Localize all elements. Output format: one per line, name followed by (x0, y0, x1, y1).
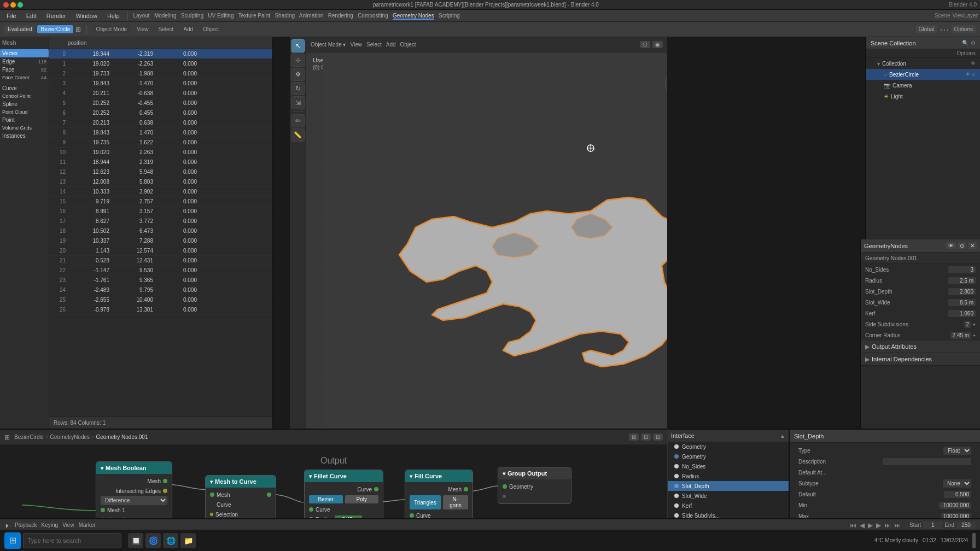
data-row[interactable]: 13 12.008 5.803 0.000 (49, 177, 272, 187)
global-btn[interactable]: Global (916, 25, 937, 33)
close-btn[interactable] (3, 2, 9, 8)
type-select[interactable]: Float (943, 447, 971, 455)
vertex-tab[interactable]: Vertex 148 (0, 49, 49, 57)
mod-x-btn[interactable]: ✕ (968, 242, 977, 249)
iface-slot-wide[interactable]: Slot_Wide (668, 491, 789, 501)
no-sides-value[interactable]: 3 (948, 266, 976, 273)
data-row[interactable]: 4 20.211 -0.638 0.000 (49, 89, 272, 98)
data-row[interactable]: 16 8.991 3.157 0.000 (49, 207, 272, 216)
data-row[interactable]: 14 10.333 3.902 0.000 (49, 187, 272, 197)
iface-scroll[interactable]: ▲ (780, 433, 785, 439)
mode-selector[interactable]: Evaluated BezierCircle ⊞ (4, 25, 81, 33)
ne-bc-geonodes[interactable]: GeometryNodes (50, 434, 90, 440)
select-btn[interactable]: Select (155, 25, 177, 33)
slot-wide-value[interactable]: 8.5 m (948, 299, 976, 306)
tl-play[interactable]: ▶ (868, 521, 873, 529)
fillc-mesh-out-socket[interactable] (464, 487, 468, 491)
folder-icon[interactable]: 📁 (180, 533, 196, 548)
tl-end-input[interactable] (956, 521, 976, 529)
face-tab[interactable]: Face 82 (0, 66, 49, 74)
fc-collapse-icon[interactable]: ▾ (309, 473, 312, 479)
data-row[interactable]: 22 -1.147 9.530 0.000 (49, 266, 272, 276)
spline-tab[interactable]: Spline (0, 100, 49, 108)
face-corner-tab[interactable]: Face Corner 44 (0, 74, 49, 81)
iface-no-slides[interactable]: No_Sides (668, 461, 789, 471)
tl-start-input[interactable] (923, 521, 942, 529)
poly-btn[interactable]: Poly (345, 495, 379, 503)
point-tab[interactable]: Point (0, 116, 49, 124)
internal-deps-header[interactable]: ▶ Internal Dependencies (861, 353, 980, 365)
data-row[interactable]: 0 18.944 -2.319 0.000 (49, 49, 272, 59)
scene-collection-item[interactable]: ▾ Collection 👁 (866, 58, 980, 69)
annotate-tool[interactable]: ✏ (291, 114, 305, 127)
rotate-tool[interactable]: ↻ (291, 82, 305, 95)
blender-taskbar-icon[interactable]: 🌀 (145, 533, 161, 548)
m2c-collapse-icon[interactable]: ▾ (210, 479, 213, 485)
fillc-collapse-icon[interactable]: ▾ (410, 473, 412, 479)
tl-next-frame[interactable]: ▶ (876, 521, 881, 529)
data-row[interactable]: 6 20.252 0.455 0.000 (49, 108, 272, 118)
data-row[interactable]: 18 10.502 6.473 0.000 (49, 226, 272, 236)
data-row[interactable]: 5 20.252 -0.455 0.000 (49, 98, 272, 108)
iface-geometry2[interactable]: Geometry (668, 452, 789, 461)
minimize-btn[interactable] (10, 2, 16, 8)
mesh1-socket[interactable] (101, 508, 105, 512)
ne-btn2[interactable]: ⊡ (641, 433, 651, 441)
data-row[interactable]: 23 -1.761 9.365 0.000 (49, 276, 272, 285)
vp-add[interactable]: Add (386, 42, 396, 48)
instances-tab[interactable]: Instances (0, 132, 49, 140)
data-row[interactable]: 9 19.735 1.622 0.000 (49, 138, 272, 148)
chrome-icon[interactable]: 🌐 (163, 533, 178, 548)
vp-mode-selector[interactable]: Object Mode ▾ (311, 42, 346, 48)
m2c-mesh-in[interactable] (210, 493, 214, 497)
fc-curve-out-socket[interactable] (374, 487, 378, 491)
data-row[interactable]: 8 19.843 1.470 0.000 (49, 128, 272, 138)
playback-btn[interactable]: Playback (15, 522, 37, 528)
iface-kerf[interactable]: Kerf (668, 501, 789, 511)
object-mode-btn[interactable]: Object Mode (92, 25, 130, 33)
side-sub-stepper[interactable]: 2 + (964, 321, 976, 328)
menu-edit[interactable]: Edit (22, 11, 41, 20)
data-row[interactable]: 2 19.733 -1.988 0.000 (49, 69, 272, 79)
m2c-curve-socket[interactable] (267, 493, 271, 497)
volume-grids-tab[interactable]: Volume Grids (0, 124, 49, 132)
ngons-btn[interactable]: N-gons (443, 495, 468, 509)
corner-radius-stepper[interactable]: 2.45 m + (950, 332, 976, 339)
scene-filter-icon[interactable]: 🔍 (962, 40, 969, 46)
ne-bc-bezier[interactable]: BezierCircle (14, 434, 44, 440)
iface-radius[interactable]: Radius (668, 471, 789, 481)
ne-btn1[interactable]: ⊞ (629, 433, 639, 441)
scale-tool[interactable]: ⇲ (291, 96, 305, 109)
menu-file[interactable]: File (2, 11, 21, 20)
iface-geometry1[interactable]: Geometry (668, 442, 789, 452)
vp-view[interactable]: View (350, 42, 362, 48)
tl-prev-frame[interactable]: ◀ (860, 521, 865, 529)
window-controls[interactable] (3, 2, 23, 8)
mod-eye-btn[interactable]: 👁 (946, 242, 956, 249)
m2c-sel-socket[interactable] (210, 513, 213, 516)
vp-select[interactable]: Select (366, 42, 382, 48)
corner-radius-value[interactable]: 2.45 m (950, 332, 972, 339)
fillc-curve-in-socket[interactable] (410, 513, 414, 518)
camera-item[interactable]: 📷 Camera (866, 80, 980, 91)
mod-render-btn[interactable]: ⊙ (958, 242, 966, 249)
menu-help[interactable]: Help (103, 11, 124, 20)
go-extra-dot[interactable] (503, 495, 506, 498)
data-row[interactable]: 24 -2.489 9.795 0.000 (49, 285, 272, 295)
go-geo-socket[interactable] (503, 484, 507, 489)
edge-tab[interactable]: Edge 118 (0, 57, 49, 66)
mesh-bool-mode-select[interactable]: Difference (101, 496, 167, 505)
view-btn[interactable]: View (133, 25, 152, 33)
vis-icon[interactable]: 👁 (971, 61, 976, 66)
menu-render[interactable]: Render (42, 11, 71, 20)
min-value[interactable]: -10000.000 (939, 502, 971, 509)
bc-vis-icon[interactable]: 👁 (965, 72, 970, 77)
light-item[interactable]: ☀ Light (866, 91, 980, 102)
tl-next-key[interactable]: ⏭ (884, 521, 891, 529)
data-row[interactable]: 12 12.623 5.948 0.000 (49, 167, 272, 177)
vp-shading-wire[interactable]: ⬡ (640, 41, 650, 48)
bezier-circle-item[interactable]: ○ BezierCircle 👁 ⊙ (866, 69, 980, 80)
add-btn[interactable]: Add (180, 25, 196, 33)
subtype-select[interactable]: None (943, 479, 971, 488)
options-label[interactable]: Options (952, 25, 976, 33)
